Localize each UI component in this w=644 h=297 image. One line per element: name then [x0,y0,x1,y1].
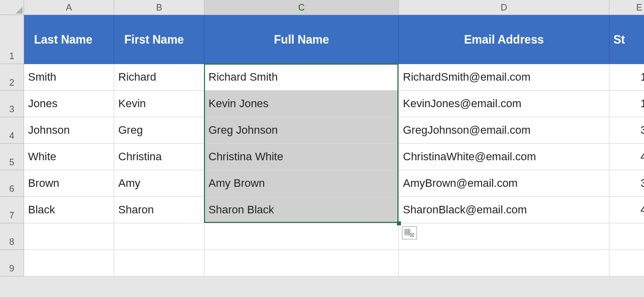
table-row: WhiteChristinaChristina WhiteChristinaWh… [24,144,644,170]
column-header-D[interactable]: D [399,0,609,15]
cell-C8[interactable] [204,223,399,250]
row-header-6[interactable]: 6 [0,170,24,197]
cell-B2[interactable]: Richard [114,64,204,91]
empty-row [24,223,644,250]
cell-E3[interactable]: 1807 [609,91,644,117]
cell-A4[interactable]: Johnson [24,117,114,144]
table-header-cell[interactable]: Full Name [204,15,399,64]
column-header-E[interactable]: E [609,0,644,15]
cell-B8[interactable] [114,223,204,250]
cell-grid: Last NameFirst NameFull NameEmail Addres… [24,15,644,276]
table-row: BlackSharonSharon BlackSharonBlack@email… [24,197,644,223]
table-row: BrownAmyAmy BrownAmyBrown@email.com3311 [24,170,644,197]
cell-A9[interactable] [24,250,114,276]
row-header-4[interactable]: 4 [0,117,24,144]
row-headers: 123456789 [0,15,24,276]
cell-B3[interactable]: Kevin [114,91,204,117]
row-header-7[interactable]: 7 [0,197,24,223]
cell-A6[interactable]: Brown [24,170,114,197]
table-row: SmithRichardRichard SmithRichardSmith@em… [24,64,644,91]
cell-D9[interactable] [399,250,609,276]
cell-D5[interactable]: ChristinaWhite@email.com [399,144,609,170]
select-all-triangle-icon [16,7,23,14]
cell-B6[interactable]: Amy [114,170,204,197]
cell-A7[interactable]: Black [24,197,114,223]
empty-row [24,250,644,276]
cell-D8[interactable] [399,223,609,250]
select-all-corner[interactable] [0,0,24,15]
cell-D7[interactable]: SharonBlack@email.com [399,197,609,223]
table-row: JonesKevinKevin JonesKevinJones@email.co… [24,91,644,117]
cell-A5[interactable]: White [24,144,114,170]
cell-B7[interactable]: Sharon [114,197,204,223]
cell-E4[interactable]: 3002 [609,117,644,144]
cell-E5[interactable]: 4365 [609,144,644,170]
table-header-cell[interactable]: First Name [114,15,204,64]
column-header-C[interactable]: C [204,0,399,15]
row-header-8[interactable]: 8 [0,223,24,250]
row-header-5[interactable]: 5 [0,144,24,170]
cell-C4[interactable]: Greg Johnson [204,117,399,144]
cell-A3[interactable]: Jones [24,91,114,117]
cell-A2[interactable]: Smith [24,64,114,91]
cell-E8[interactable] [609,223,644,250]
cell-C9[interactable] [204,250,399,276]
table-header-cell[interactable]: St [609,15,644,64]
cell-E6[interactable]: 3311 [609,170,644,197]
flash-fill-options-icon [404,228,414,237]
table-header-row: Last NameFirst NameFull NameEmail Addres… [24,15,644,64]
row-header-3[interactable]: 3 [0,91,24,117]
fill-handle[interactable] [397,221,401,225]
cell-C5[interactable]: Christina White [204,144,399,170]
cell-C6[interactable]: Amy Brown [204,170,399,197]
cell-C2[interactable]: Richard Smith [204,64,399,91]
row-header-1[interactable]: 1 [0,15,24,64]
cell-C3[interactable]: Kevin Jones [204,91,399,117]
column-headers: ABCDE [24,0,644,15]
table-header-cell[interactable]: Email Address [399,15,609,64]
spreadsheet: ABCDE 123456789 Last NameFirst NameFull … [0,0,644,297]
table-header-cell[interactable]: Last Name [24,15,114,64]
cell-E2[interactable]: 1734 [609,64,644,91]
cell-D2[interactable]: RichardSmith@email.com [399,64,609,91]
cell-B5[interactable]: Christina [114,144,204,170]
cell-B4[interactable]: Greg [114,117,204,144]
table-row: JohnsonGregGreg JohnsonGregJohnson@email… [24,117,644,144]
cell-E9[interactable] [609,250,644,276]
row-header-9[interactable]: 9 [0,250,24,276]
cell-D4[interactable]: GregJohnson@email.com [399,117,609,144]
row-header-2[interactable]: 2 [0,64,24,91]
column-header-B[interactable]: B [114,0,204,15]
cell-D6[interactable]: AmyBrown@email.com [399,170,609,197]
column-header-A[interactable]: A [24,0,114,15]
cell-B9[interactable] [114,250,204,276]
cell-E7[interactable]: 4008 [609,197,644,223]
cell-A8[interactable] [24,223,114,250]
cell-C7[interactable]: Sharon Black [204,197,399,223]
flash-fill-options-button[interactable] [402,226,417,239]
cell-D3[interactable]: KevinJones@email.com [399,91,609,117]
